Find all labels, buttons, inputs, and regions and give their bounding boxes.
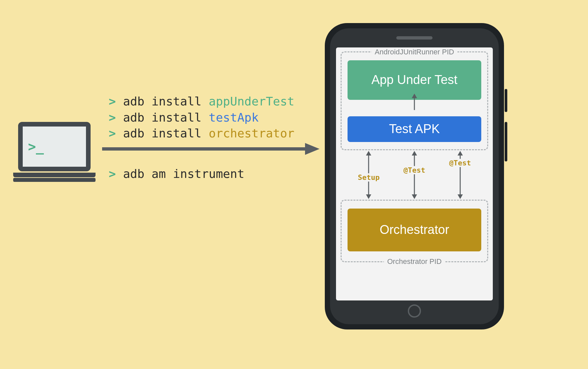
orchestrator-arrows: Setup @Test @Test [336, 150, 493, 200]
phone-speaker [396, 36, 433, 40]
test-apk-box: Test APK [348, 116, 481, 142]
orchestrator-box: Orchestrator [348, 209, 481, 251]
svg-marker-12 [458, 194, 463, 199]
terminal-prompt: >_ [28, 139, 44, 154]
phone-side-button [505, 89, 507, 112]
phone-icon: AndroidJUnitRunner PID App Under Test Te… [325, 23, 504, 329]
phone-screen: AndroidJUnitRunner PID App Under Test Te… [336, 47, 493, 300]
laptop-screen: >_ [18, 122, 91, 171]
arrow-label-test-2: @Test [448, 159, 472, 167]
arrow-test-2: @Test [440, 150, 480, 200]
phone-home-button [408, 304, 421, 318]
arrow-label-setup: Setup [356, 173, 381, 182]
deploy-arrow-icon [102, 142, 320, 156]
svg-marker-1 [305, 143, 320, 155]
svg-marker-9 [412, 194, 417, 199]
laptop-stand [13, 178, 96, 182]
phone-side-button [505, 122, 507, 161]
arrow-test-1: @Test [395, 150, 434, 200]
svg-marker-5 [366, 151, 371, 156]
command-list: > adb install appUnderTest > adb install… [109, 94, 294, 182]
svg-marker-3 [412, 94, 417, 98]
cmd-line-install-testapk: > adb install testApk [109, 110, 294, 126]
cmd-line-install-orchestrator: > adb install orchestrator [109, 126, 294, 142]
laptop-icon: >_ [13, 122, 96, 182]
svg-marker-11 [458, 151, 463, 156]
testapk-to-app-arrow [342, 94, 487, 110]
svg-marker-8 [412, 151, 417, 156]
phone-body: AndroidJUnitRunner PID App Under Test Te… [330, 28, 499, 324]
laptop-base [13, 173, 96, 177]
runner-pid-box: AndroidJUnitRunner PID App Under Test Te… [341, 51, 488, 150]
cmd-line-run: > adb am instrument [109, 166, 294, 182]
orchestrator-pid-box: Orchestrator Orchestrator PID [341, 200, 488, 262]
svg-marker-6 [366, 194, 371, 199]
orchestrator-pid-label: Orchestrator PID [384, 257, 445, 266]
arrow-label-test-1: @Test [402, 166, 427, 174]
arrow-setup: Setup [349, 150, 388, 200]
cmd-line-install-app: > adb install appUnderTest [109, 94, 294, 110]
runner-pid-label: AndroidJUnitRunner PID [372, 48, 458, 56]
